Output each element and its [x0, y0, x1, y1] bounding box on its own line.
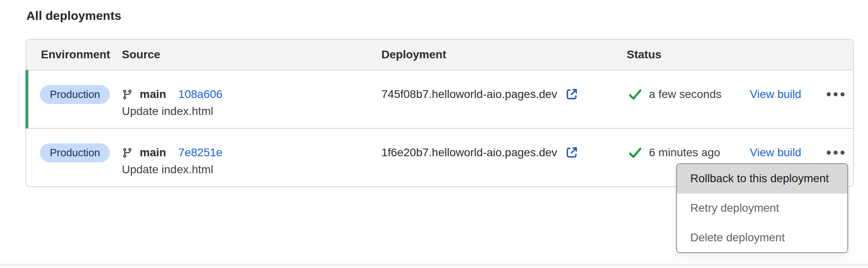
status-cell: a few seconds	[628, 85, 721, 104]
menu-item-delete[interactable]: Delete deployment	[677, 223, 847, 252]
commit-link[interactable]: 7e8251e	[178, 146, 222, 159]
branch-name: main	[140, 146, 166, 159]
overflow-menu-icon[interactable]	[823, 85, 849, 104]
source-cell: main 7e8251e	[122, 143, 222, 162]
external-link-icon[interactable]	[564, 87, 579, 102]
environment-cell: Production	[40, 143, 110, 162]
environment-cell: Production	[40, 85, 110, 104]
column-header-status: Status	[627, 40, 662, 70]
environment-badge: Production	[40, 143, 110, 162]
table-row: Production main 108a606 Update index.htm…	[26, 70, 853, 129]
environment-badge: Production	[40, 85, 110, 104]
view-build-link[interactable]: View build	[750, 88, 801, 101]
page-title: All deployments	[26, 9, 121, 23]
table-header-row: Environment Source Deployment Status	[26, 40, 853, 70]
view-build-cell: View build	[750, 143, 801, 162]
menu-item-rollback[interactable]: Rollback to this deployment	[677, 164, 847, 194]
deployment-cell: 745f08b7.helloworld-aio.pages.dev	[381, 85, 579, 104]
git-branch-icon	[122, 89, 133, 100]
bottom-divider	[0, 265, 868, 266]
view-build-link[interactable]: View build	[750, 146, 801, 159]
column-header-deployment: Deployment	[381, 40, 446, 70]
status-cell: 6 minutes ago	[628, 143, 720, 162]
commit-message: Update index.html	[122, 160, 213, 179]
column-header-environment: Environment	[41, 40, 110, 70]
git-branch-icon	[122, 147, 133, 158]
current-deployment-indicator	[26, 70, 28, 128]
view-build-cell: View build	[750, 85, 801, 104]
deployment-context-menu: Rollback to this deployment Retry deploy…	[676, 163, 848, 253]
commit-link[interactable]: 108a606	[178, 88, 222, 101]
menu-item-retry[interactable]: Retry deployment	[677, 194, 847, 223]
branch-name: main	[140, 88, 166, 101]
column-header-source: Source	[122, 40, 160, 70]
overflow-menu-icon[interactable]	[823, 143, 849, 162]
status-time: a few seconds	[649, 88, 721, 101]
bottom-band	[0, 259, 868, 265]
deployment-url: 745f08b7.helloworld-aio.pages.dev	[381, 88, 557, 101]
deployment-url: 1f6e20b7.helloworld-aio.pages.dev	[381, 146, 557, 159]
commit-message: Update index.html	[122, 102, 213, 121]
source-cell: main 108a606	[122, 85, 222, 104]
check-icon	[628, 87, 642, 102]
deployments-page: All deployments Environment Source Deplo…	[0, 0, 868, 268]
status-time: 6 minutes ago	[649, 146, 720, 159]
external-link-icon[interactable]	[564, 145, 579, 160]
check-icon	[628, 145, 642, 160]
deployment-cell: 1f6e20b7.helloworld-aio.pages.dev	[381, 143, 579, 162]
